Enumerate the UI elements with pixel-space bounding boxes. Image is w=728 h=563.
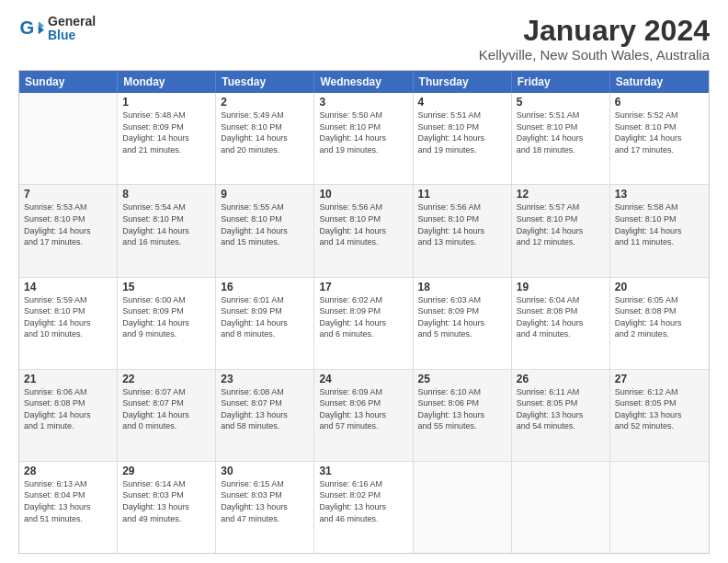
- header-day-thursday: Thursday: [414, 71, 512, 93]
- day-number: 1: [122, 96, 210, 109]
- calendar-page: G General Blue January 2024 Kellyville, …: [0, 0, 728, 563]
- page-header: G General Blue January 2024 Kellyville, …: [18, 15, 710, 63]
- day-cell-10: 10Sunrise: 5:56 AM Sunset: 8:10 PM Dayli…: [314, 185, 413, 276]
- day-cell-17: 17Sunrise: 6:02 AM Sunset: 8:09 PM Dayli…: [314, 278, 413, 369]
- day-info: Sunrise: 6:15 AM Sunset: 8:03 PM Dayligh…: [221, 478, 309, 524]
- day-info: Sunrise: 6:16 AM Sunset: 8:02 PM Dayligh…: [319, 478, 407, 524]
- day-number: 4: [418, 96, 506, 109]
- day-cell-28: 28Sunrise: 6:13 AM Sunset: 8:04 PM Dayli…: [19, 462, 118, 553]
- day-number: 23: [221, 373, 309, 385]
- day-number: 18: [418, 281, 506, 293]
- empty-cell: [512, 462, 610, 553]
- day-number: 13: [615, 188, 704, 201]
- day-info: Sunrise: 5:56 AM Sunset: 8:10 PM Dayligh…: [319, 201, 407, 247]
- day-info: Sunrise: 5:54 AM Sunset: 8:10 PM Dayligh…: [122, 201, 210, 247]
- day-number: 2: [221, 96, 309, 109]
- calendar-week-row: 1Sunrise: 5:48 AM Sunset: 8:09 PM Daylig…: [19, 93, 709, 185]
- calendar-week-row: 21Sunrise: 6:06 AM Sunset: 8:08 PM Dayli…: [19, 370, 709, 462]
- calendar-grid: SundayMondayTuesdayWednesdayThursdayFrid…: [18, 70, 710, 554]
- day-number: 31: [319, 465, 407, 477]
- day-cell-7: 7Sunrise: 5:53 AM Sunset: 8:10 PM Daylig…: [19, 185, 118, 276]
- header-day-tuesday: Tuesday: [216, 71, 314, 93]
- day-info: Sunrise: 6:06 AM Sunset: 8:08 PM Dayligh…: [24, 386, 112, 432]
- day-info: Sunrise: 6:13 AM Sunset: 8:04 PM Dayligh…: [24, 478, 112, 524]
- calendar-week-row: 28Sunrise: 6:13 AM Sunset: 8:04 PM Dayli…: [19, 462, 709, 553]
- day-number: 10: [319, 188, 407, 201]
- header-day-friday: Friday: [512, 71, 610, 93]
- day-info: Sunrise: 6:04 AM Sunset: 8:08 PM Dayligh…: [517, 294, 605, 340]
- logo-blue: Blue: [48, 29, 96, 42]
- day-cell-2: 2Sunrise: 5:49 AM Sunset: 8:10 PM Daylig…: [216, 93, 314, 184]
- day-info: Sunrise: 6:03 AM Sunset: 8:09 PM Dayligh…: [418, 294, 506, 340]
- day-number: 6: [615, 96, 704, 109]
- day-cell-13: 13Sunrise: 5:58 AM Sunset: 8:10 PM Dayli…: [610, 185, 709, 276]
- day-number: 11: [418, 188, 506, 201]
- day-info: Sunrise: 5:48 AM Sunset: 8:09 PM Dayligh…: [122, 109, 210, 155]
- day-info: Sunrise: 5:51 AM Sunset: 8:10 PM Dayligh…: [418, 109, 506, 155]
- day-number: 19: [517, 281, 605, 293]
- day-number: 9: [221, 188, 309, 201]
- day-info: Sunrise: 5:59 AM Sunset: 8:10 PM Dayligh…: [24, 294, 112, 340]
- day-info: Sunrise: 6:07 AM Sunset: 8:07 PM Dayligh…: [122, 386, 210, 432]
- day-number: 20: [615, 281, 704, 293]
- day-cell-19: 19Sunrise: 6:04 AM Sunset: 8:08 PM Dayli…: [512, 278, 610, 369]
- day-cell-9: 9Sunrise: 5:55 AM Sunset: 8:10 PM Daylig…: [216, 185, 314, 276]
- day-cell-12: 12Sunrise: 5:57 AM Sunset: 8:10 PM Dayli…: [512, 185, 610, 276]
- day-info: Sunrise: 5:49 AM Sunset: 8:10 PM Dayligh…: [221, 109, 309, 155]
- empty-cell: [414, 462, 512, 553]
- day-number: 27: [615, 373, 704, 385]
- day-number: 21: [24, 373, 112, 385]
- day-info: Sunrise: 6:05 AM Sunset: 8:08 PM Dayligh…: [615, 294, 704, 340]
- day-number: 8: [122, 188, 210, 201]
- day-cell-30: 30Sunrise: 6:15 AM Sunset: 8:03 PM Dayli…: [216, 462, 314, 553]
- day-info: Sunrise: 6:08 AM Sunset: 8:07 PM Dayligh…: [221, 386, 309, 432]
- day-cell-23: 23Sunrise: 6:08 AM Sunset: 8:07 PM Dayli…: [216, 370, 314, 461]
- day-number: 7: [24, 188, 112, 201]
- day-info: Sunrise: 6:11 AM Sunset: 8:05 PM Dayligh…: [517, 386, 605, 432]
- day-number: 22: [122, 373, 210, 385]
- day-number: 12: [517, 188, 605, 201]
- svg-text:G: G: [20, 18, 35, 39]
- header-day-monday: Monday: [118, 71, 216, 93]
- day-number: 14: [24, 281, 112, 293]
- day-cell-8: 8Sunrise: 5:54 AM Sunset: 8:10 PM Daylig…: [118, 185, 216, 276]
- month-year-title: January 2024: [479, 15, 710, 47]
- calendar-body: 1Sunrise: 5:48 AM Sunset: 8:09 PM Daylig…: [19, 93, 709, 553]
- day-info: Sunrise: 6:12 AM Sunset: 8:05 PM Dayligh…: [615, 386, 704, 432]
- day-info: Sunrise: 5:51 AM Sunset: 8:10 PM Dayligh…: [517, 109, 605, 155]
- day-number: 28: [24, 465, 112, 477]
- day-info: Sunrise: 6:02 AM Sunset: 8:09 PM Dayligh…: [319, 294, 407, 340]
- day-cell-15: 15Sunrise: 6:00 AM Sunset: 8:09 PM Dayli…: [118, 278, 216, 369]
- day-info: Sunrise: 5:58 AM Sunset: 8:10 PM Dayligh…: [615, 201, 704, 247]
- day-cell-21: 21Sunrise: 6:06 AM Sunset: 8:08 PM Dayli…: [19, 370, 118, 461]
- location-subtitle: Kellyville, New South Wales, Australia: [479, 47, 710, 63]
- day-info: Sunrise: 6:10 AM Sunset: 8:06 PM Dayligh…: [418, 386, 506, 432]
- day-cell-18: 18Sunrise: 6:03 AM Sunset: 8:09 PM Dayli…: [414, 278, 512, 369]
- day-cell-26: 26Sunrise: 6:11 AM Sunset: 8:05 PM Dayli…: [512, 370, 610, 461]
- day-info: Sunrise: 5:57 AM Sunset: 8:10 PM Dayligh…: [517, 201, 605, 247]
- calendar-header-row: SundayMondayTuesdayWednesdayThursdayFrid…: [19, 71, 709, 93]
- day-number: 29: [122, 465, 210, 477]
- day-info: Sunrise: 6:01 AM Sunset: 8:09 PM Dayligh…: [221, 294, 309, 340]
- day-cell-4: 4Sunrise: 5:51 AM Sunset: 8:10 PM Daylig…: [414, 93, 512, 184]
- header-day-wednesday: Wednesday: [314, 71, 413, 93]
- day-info: Sunrise: 6:09 AM Sunset: 8:06 PM Dayligh…: [319, 386, 407, 432]
- calendar-week-row: 14Sunrise: 5:59 AM Sunset: 8:10 PM Dayli…: [19, 278, 709, 370]
- day-number: 15: [122, 281, 210, 293]
- day-number: 25: [418, 373, 506, 385]
- header-day-saturday: Saturday: [610, 71, 709, 93]
- day-number: 17: [319, 281, 407, 293]
- empty-cell: [19, 93, 118, 184]
- day-cell-3: 3Sunrise: 5:50 AM Sunset: 8:10 PM Daylig…: [314, 93, 413, 184]
- day-cell-16: 16Sunrise: 6:01 AM Sunset: 8:09 PM Dayli…: [216, 278, 314, 369]
- day-number: 26: [517, 373, 605, 385]
- day-cell-29: 29Sunrise: 6:14 AM Sunset: 8:03 PM Dayli…: [118, 462, 216, 553]
- day-number: 30: [221, 465, 309, 477]
- day-number: 5: [517, 96, 605, 109]
- header-day-sunday: Sunday: [19, 71, 118, 93]
- day-info: Sunrise: 5:56 AM Sunset: 8:10 PM Dayligh…: [418, 201, 506, 247]
- day-number: 3: [319, 96, 407, 109]
- day-cell-6: 6Sunrise: 5:52 AM Sunset: 8:10 PM Daylig…: [610, 93, 709, 184]
- empty-cell: [610, 462, 709, 553]
- day-info: Sunrise: 5:50 AM Sunset: 8:10 PM Dayligh…: [319, 109, 407, 155]
